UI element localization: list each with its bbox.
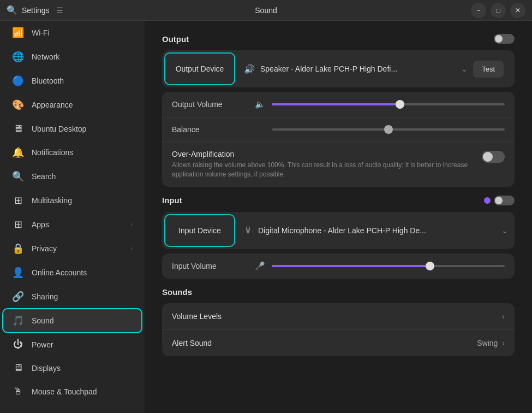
- output-toggle[interactable]: [494, 34, 515, 44]
- sidebar-item-multitasking-label: Multitasking: [32, 196, 72, 205]
- sidebar-item-online-accounts[interactable]: 👤 Online Accounts: [3, 261, 141, 284]
- apps-arrow-icon: ›: [130, 221, 133, 228]
- output-volume-label: Output Volume: [172, 100, 248, 109]
- input-volume-slider[interactable]: [272, 265, 505, 267]
- sidebar-item-displays-label: Displays: [32, 364, 61, 373]
- output-toggle-knob: [495, 35, 503, 43]
- sharing-icon: 🔗: [12, 291, 24, 303]
- accounts-icon: 👤: [12, 267, 24, 279]
- over-amp-toggle[interactable]: [482, 151, 505, 163]
- multitasking-icon: ⊞: [12, 194, 24, 206]
- output-section-title: Output: [162, 34, 189, 44]
- sidebar-item-privacy-label: Privacy: [32, 244, 57, 253]
- network-icon: 🌐: [12, 51, 24, 63]
- sidebar-item-search[interactable]: 🔍 Search: [3, 165, 141, 188]
- alert-sound-row[interactable]: Alert Sound Swing ›: [162, 330, 515, 356]
- mouse-icon: 🖱: [12, 386, 24, 397]
- output-device-chevron-icon: ⌄: [461, 64, 468, 73]
- input-device-name: Digital Microphone - Alder Lake PCH-P Hi…: [258, 226, 496, 235]
- over-amp-title: Over-Amplification: [172, 150, 475, 158]
- bluetooth-icon: 🔵: [12, 75, 24, 87]
- ubuntu-icon: 🖥: [12, 123, 24, 134]
- search-nav-icon: 🔍: [12, 170, 24, 182]
- alert-sound-label: Alert Sound: [172, 339, 477, 347]
- sidebar-item-notifications[interactable]: 🔔 Notifications: [3, 141, 141, 164]
- volume-icon: 🔈: [255, 99, 265, 109]
- displays-icon: 🖥: [12, 362, 24, 374]
- microphone-icon: 🎙: [244, 226, 253, 235]
- input-device-chevron-icon: ⌄: [501, 226, 508, 235]
- close-button[interactable]: ✕: [510, 3, 525, 18]
- input-device-label-box: Input Device: [164, 214, 235, 247]
- speaker-icon: 🔊: [244, 64, 255, 74]
- output-volume-slider[interactable]: [272, 103, 505, 105]
- titlebar-left: 🔍 Settings ☰: [7, 5, 63, 15]
- sidebar-item-apps[interactable]: ⊞ Apps ›: [3, 213, 141, 236]
- apps-icon: ⊞: [12, 219, 24, 231]
- input-volume-knob[interactable]: [426, 262, 434, 270]
- over-amp-toggle-knob: [483, 152, 493, 162]
- input-section-title: Input: [162, 196, 182, 205]
- minimize-button[interactable]: −: [471, 3, 486, 18]
- appearance-icon: 🎨: [12, 99, 24, 111]
- balance-knob[interactable]: [384, 125, 393, 134]
- titlebar-title: Sound: [255, 6, 277, 15]
- over-amp-text: Over-Amplification Allows raising the vo…: [172, 150, 475, 179]
- sidebar-item-multitasking[interactable]: ⊞ Multitasking: [3, 189, 141, 212]
- sidebar-item-sound[interactable]: 🎵 Sound: [3, 309, 141, 332]
- input-volume-fill: [272, 265, 430, 267]
- volume-levels-row[interactable]: Volume Levels ›: [162, 303, 515, 330]
- titlebar-settings-label: Settings: [22, 6, 50, 15]
- output-volume-row: Output Volume 🔈: [162, 92, 515, 117]
- privacy-icon: 🔒: [12, 243, 24, 255]
- alert-sound-value: Swing: [477, 339, 498, 347]
- test-button[interactable]: Test: [473, 61, 504, 78]
- sidebar-item-ubuntu-desktop[interactable]: 🖥 Ubuntu Desktop: [3, 117, 141, 140]
- sidebar-item-online-accounts-label: Online Accounts: [32, 268, 87, 277]
- balance-slider[interactable]: [272, 128, 505, 131]
- sidebar-item-bluetooth[interactable]: 🔵 Bluetooth: [3, 69, 141, 92]
- input-toggle-knob: [495, 197, 503, 204]
- sidebar-item-privacy[interactable]: 🔒 Privacy ›: [3, 237, 141, 260]
- sidebar-item-sharing[interactable]: 🔗 Sharing: [3, 285, 141, 308]
- sidebar-item-appearance[interactable]: 🎨 Appearance: [3, 93, 141, 116]
- over-amplification-row: Over-Amplification Allows raising the vo…: [162, 142, 515, 187]
- hamburger-icon[interactable]: ☰: [56, 6, 63, 15]
- input-volume-card: Input Volume 🎤: [162, 253, 515, 279]
- volume-levels-arrow-icon: ›: [502, 312, 505, 321]
- balance-row: Balance: [162, 117, 515, 142]
- sounds-card: Volume Levels › Alert Sound Swing ›: [162, 303, 515, 356]
- output-section-header: Output: [162, 34, 515, 44]
- sidebar-item-appearance-label: Appearance: [32, 101, 73, 109]
- sidebar-item-network[interactable]: 🌐 Network: [3, 45, 141, 68]
- volume-levels-label: Volume Levels: [172, 312, 502, 321]
- output-volume-card: Output Volume 🔈 Balance Over-Amplificati…: [162, 92, 515, 187]
- sidebar-item-wifi[interactable]: 📶 Wi-Fi: [3, 21, 141, 44]
- sound-nav-icon: 🎵: [12, 315, 24, 327]
- input-level-indicator: [484, 197, 491, 204]
- privacy-arrow-icon: ›: [130, 245, 133, 252]
- content-area: Output Output Device 🔊 Speaker - Alder L…: [145, 21, 532, 413]
- sidebar-item-power[interactable]: ⏻ Power: [3, 333, 141, 356]
- output-device-label: Output Device: [176, 64, 224, 73]
- input-device-control: 🎙 Digital Microphone - Alder Lake PCH-P …: [237, 212, 515, 249]
- sidebar: 📶 Wi-Fi 🌐 Network 🔵 Bluetooth 🎨 Appearan…: [0, 21, 145, 413]
- input-toggle[interactable]: [494, 196, 515, 205]
- sidebar-item-mouse[interactable]: 🖱 Mouse & Touchpad: [3, 380, 141, 403]
- input-volume-label: Input Volume: [172, 262, 248, 270]
- maximize-button[interactable]: □: [491, 3, 506, 18]
- main-layout: 📶 Wi-Fi 🌐 Network 🔵 Bluetooth 🎨 Appearan…: [0, 21, 532, 413]
- titlebar-controls: − □ ✕: [471, 3, 525, 18]
- sidebar-item-ubuntu-label: Ubuntu Desktop: [32, 125, 86, 133]
- input-section-header: Input: [162, 196, 515, 205]
- sidebar-item-bluetooth-label: Bluetooth: [32, 76, 64, 85]
- output-device-row: Output Device 🔊 Speaker - Alder Lake PCH…: [162, 50, 515, 87]
- titlebar: 🔍 Settings ☰ Sound − □ ✕: [0, 0, 532, 21]
- sidebar-item-displays[interactable]: 🖥 Displays: [3, 357, 141, 379]
- over-amp-desc: Allows raising the volume above 100%. Th…: [172, 161, 475, 179]
- alert-sound-arrow-icon: ›: [502, 339, 505, 347]
- sounds-section-title: Sounds: [162, 287, 192, 297]
- wifi-icon: 📶: [12, 27, 24, 39]
- output-volume-knob[interactable]: [396, 100, 404, 109]
- input-volume-row: Input Volume 🎤: [162, 253, 515, 279]
